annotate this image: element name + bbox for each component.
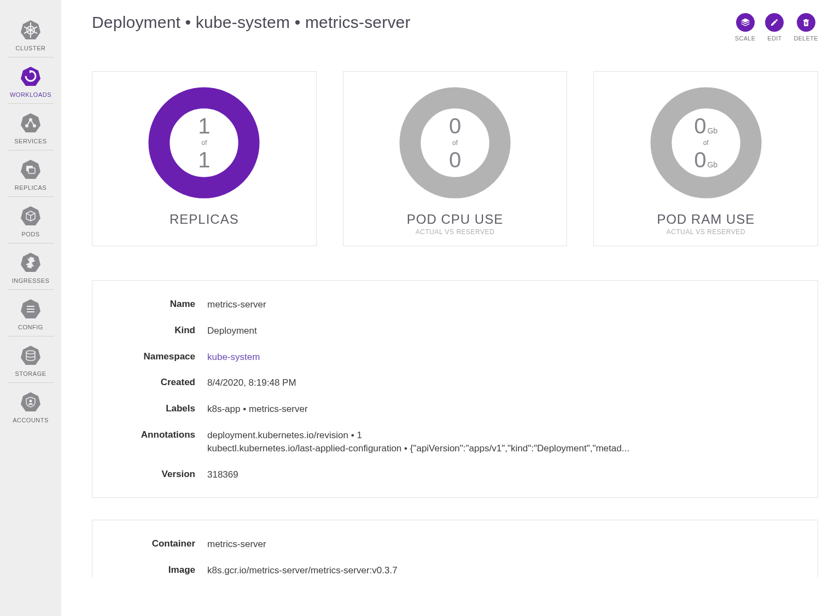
sidebar-item-label: INGRESSES xyxy=(12,277,50,284)
sidebar-item-services[interactable]: SERVICES xyxy=(0,104,61,150)
scale-button[interactable]: SCALE xyxy=(735,13,756,42)
cpu-card: 0 of 0 POD CPU USE ACTUAL VS RESERVED xyxy=(343,71,568,246)
detail-row-version: Version 318369 xyxy=(110,468,800,481)
namespace-link[interactable]: kube-system xyxy=(207,351,800,364)
detail-row-name: Name metrics-server xyxy=(110,298,800,311)
container-value: k8s.gcr.io/metrics-server/metrics-server… xyxy=(207,564,800,577)
ingress-icon xyxy=(19,251,42,274)
cpu-top-value: 0 xyxy=(449,115,461,137)
svg-marker-26 xyxy=(21,346,40,365)
svg-rect-15 xyxy=(28,168,35,173)
container-panel: Container metrics-server Image k8s.gcr.i… xyxy=(92,520,818,577)
details-panel: Name metrics-server Kind Deployment Name… xyxy=(92,280,818,498)
container-label: Container xyxy=(110,538,207,549)
sidebar-item-label: SERVICES xyxy=(14,138,46,144)
sidebar-item-ingresses[interactable]: INGRESSES xyxy=(0,243,61,289)
detail-row-labels: Labels k8s-app • metrics-server xyxy=(110,403,800,416)
detail-value: k8s-app • metrics-server xyxy=(207,403,800,416)
svg-point-29 xyxy=(30,400,32,403)
pods-icon xyxy=(19,205,42,228)
replicas-icon xyxy=(19,158,42,181)
action-label: EDIT xyxy=(767,35,781,42)
sidebar-item-label: WORKLOADS xyxy=(10,91,51,98)
annotation-line: kubectl.kubernetes.io/last-applied-confi… xyxy=(207,442,800,455)
detail-value: Deployment xyxy=(207,324,800,338)
container-row-name: Container metrics-server xyxy=(110,538,800,551)
detail-label: Labels xyxy=(110,403,207,414)
services-icon xyxy=(19,112,42,135)
sidebar-item-label: PODS xyxy=(21,231,39,237)
ram-bottom-unit: Gb xyxy=(707,160,718,169)
card-title: REPLICAS xyxy=(170,212,239,227)
detail-row-created: Created 8/4/2020, 8:19:48 PM xyxy=(110,376,800,390)
sidebar-item-config[interactable]: CONFIG xyxy=(0,290,61,336)
ram-donut: 0Gb of 0Gb xyxy=(647,84,765,202)
container-label: Image xyxy=(110,564,207,576)
sidebar-item-replicas[interactable]: REPLICAS xyxy=(0,150,61,196)
sidebar-item-cluster[interactable]: CLUSTER xyxy=(0,11,61,57)
replicas-top-value: 1 xyxy=(198,115,210,137)
sidebar-item-accounts[interactable]: ACCOUNTS xyxy=(0,383,61,429)
detail-row-annotations: Annotations deployment.kubernetes.io/rev… xyxy=(110,429,800,455)
page-header: Deployment • kube-system • metrics-serve… xyxy=(92,13,818,42)
detail-row-kind: Kind Deployment xyxy=(110,324,800,338)
svg-marker-7 xyxy=(21,113,40,132)
deploy-icon xyxy=(19,65,42,88)
replicas-card: 1 of 1 REPLICAS xyxy=(92,71,317,246)
container-row-image: Image k8s.gcr.io/metrics-server/metrics-… xyxy=(110,564,800,577)
detail-value: 8/4/2020, 8:19:48 PM xyxy=(207,376,800,390)
detail-value: deployment.kubernetes.io/revision • 1 ku… xyxy=(207,429,800,455)
helm-icon xyxy=(19,19,42,42)
replicas-donut: 1 of 1 xyxy=(145,84,263,202)
ram-top-unit: Gb xyxy=(707,126,718,135)
config-icon xyxy=(19,298,42,321)
main-content: Deployment • kube-system • metrics-serve… xyxy=(61,0,840,616)
sidebar-item-label: CLUSTER xyxy=(16,45,46,51)
header-actions: SCALE EDIT DELETE xyxy=(735,13,818,42)
cpu-bottom-value: 0 xyxy=(449,149,461,171)
of-label: of xyxy=(703,139,709,147)
detail-label: Namespace xyxy=(110,351,207,362)
layers-icon xyxy=(736,13,755,32)
detail-label: Annotations xyxy=(110,429,207,440)
detail-label: Name xyxy=(110,298,207,310)
detail-value: 318369 xyxy=(207,468,800,481)
action-label: DELETE xyxy=(794,35,818,42)
card-subtitle: ACTUAL VS RESERVED xyxy=(666,228,745,236)
detail-row-namespace: Namespace kube-system xyxy=(110,351,800,364)
pencil-icon xyxy=(765,13,784,32)
card-subtitle: ACTUAL VS RESERVED xyxy=(416,228,494,236)
detail-label: Kind xyxy=(110,324,207,336)
of-label: of xyxy=(201,139,207,147)
sidebar-item-pods[interactable]: PODS xyxy=(0,197,61,243)
card-title: POD CPU USE xyxy=(407,212,503,227)
sidebar-item-workloads[interactable]: WORKLOADS xyxy=(0,57,61,103)
card-title: POD RAM USE xyxy=(657,212,755,227)
sidebar-item-label: REPLICAS xyxy=(15,184,46,191)
accounts-icon xyxy=(19,391,42,414)
sidebar-item-label: ACCOUNTS xyxy=(13,417,49,423)
delete-button[interactable]: DELETE xyxy=(794,13,818,42)
ram-bottom-value: 0 xyxy=(694,149,706,171)
cpu-donut: 0 of 0 xyxy=(396,84,514,202)
storage-icon xyxy=(19,344,42,367)
action-label: SCALE xyxy=(735,35,756,42)
edit-button[interactable]: EDIT xyxy=(765,13,784,42)
ram-card: 0Gb of 0Gb POD RAM USE ACTUAL VS RESERVE… xyxy=(593,71,818,246)
detail-label: Version xyxy=(110,468,207,480)
ram-top-value: 0 xyxy=(694,115,706,137)
svg-marker-5 xyxy=(21,67,40,86)
annotation-line: deployment.kubernetes.io/revision • 1 xyxy=(207,429,800,442)
sidebar-item-label: CONFIG xyxy=(18,324,43,330)
sidebar: CLUSTER WORKLOADS SERVICES REPLICAS PODS… xyxy=(0,0,61,616)
trash-icon xyxy=(797,13,815,32)
detail-label: Created xyxy=(110,376,207,388)
replicas-bottom-value: 1 xyxy=(198,149,210,171)
sidebar-item-storage[interactable]: STORAGE xyxy=(0,336,61,382)
container-value: metrics-server xyxy=(207,538,800,551)
of-label: of xyxy=(452,139,458,147)
sidebar-item-label: STORAGE xyxy=(15,370,46,377)
breadcrumb: Deployment • kube-system • metrics-serve… xyxy=(92,13,411,32)
metric-cards: 1 of 1 REPLICAS 0 of 0 POD CPU USE ACTUA… xyxy=(92,71,818,246)
detail-value: metrics-server xyxy=(207,298,800,311)
